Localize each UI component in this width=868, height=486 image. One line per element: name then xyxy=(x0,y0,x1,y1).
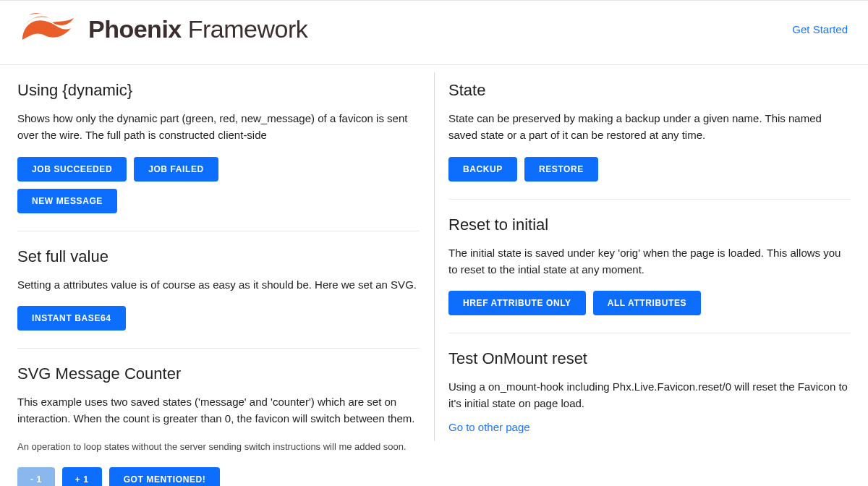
job-succeeded-button[interactable]: Job Succeeded xyxy=(17,157,127,182)
href-attribute-only-button[interactable]: Href Attribute Only xyxy=(448,291,586,315)
left-column: Using {dynamic} Shows how only the dynam… xyxy=(3,65,434,486)
phoenix-logo-icon xyxy=(20,11,77,47)
button-row: Backup Restore xyxy=(448,157,851,182)
instant-base64-button[interactable]: Instant Base64 xyxy=(17,306,126,331)
backup-button[interactable]: Backup xyxy=(448,157,517,182)
column-divider xyxy=(434,72,435,441)
section-caption: An operation to loop states without the … xyxy=(17,440,420,454)
button-row: Job Succeeded Job Failed xyxy=(17,157,420,182)
section-desc: Setting a attributes value is of course … xyxy=(17,276,420,293)
button-row: Href Attribute Only All Attributes xyxy=(448,291,851,315)
content-columns: Using {dynamic} Shows how only the dynam… xyxy=(0,65,868,486)
section-desc: Shows how only the dynamic part (green, … xyxy=(17,110,420,144)
button-row: Instant Base64 xyxy=(17,306,420,331)
section-title: Test OnMount reset xyxy=(448,349,851,368)
section-reset-initial: Reset to initial The initial state is sa… xyxy=(448,200,851,334)
restore-button[interactable]: Restore xyxy=(524,157,598,182)
section-title: Reset to initial xyxy=(448,216,851,234)
section-set-full-value: Set full value Setting a attributes valu… xyxy=(17,231,420,349)
header: Phoenix Framework Get Started xyxy=(0,0,868,65)
new-message-button[interactable]: New Message xyxy=(17,189,117,213)
section-desc: State can be preserved by making a backu… xyxy=(448,110,851,144)
go-to-other-page-link[interactable]: Go to other page xyxy=(448,421,530,433)
got-mentioned-button[interactable]: Got Mentioned! xyxy=(109,467,221,486)
section-title: State xyxy=(448,81,851,100)
section-desc: The initial state is saved under key 'or… xyxy=(448,244,851,278)
brand: Phoenix Framework xyxy=(20,11,307,47)
button-row: - 1 + 1 Got Mentioned! xyxy=(17,467,420,486)
link-row: Go to other page xyxy=(448,421,851,434)
plus-one-button[interactable]: + 1 xyxy=(62,467,102,486)
all-attributes-button[interactable]: All Attributes xyxy=(593,291,702,315)
section-title: SVG Message Counter xyxy=(17,364,420,383)
section-title: Set full value xyxy=(17,247,420,266)
section-svg-counter: SVG Message Counter This example uses tw… xyxy=(17,349,420,486)
section-dynamic: Using {dynamic} Shows how only the dynam… xyxy=(17,65,420,231)
section-desc: This example uses two saved states ('mes… xyxy=(17,393,420,427)
brand-text: Phoenix Framework xyxy=(88,15,307,43)
button-row: New Message xyxy=(17,189,420,213)
right-column: State State can be preserved by making a… xyxy=(434,65,865,486)
get-started-link[interactable]: Get Started xyxy=(792,23,848,35)
section-desc: Using a on_mount-hook including Phx.Live… xyxy=(448,378,851,412)
section-title: Using {dynamic} xyxy=(17,81,420,100)
section-state: State State can be preserved by making a… xyxy=(448,65,851,200)
section-onmount-reset: Test OnMount reset Using a on_mount-hook… xyxy=(448,333,851,451)
job-failed-button[interactable]: Job Failed xyxy=(134,157,218,182)
minus-one-button[interactable]: - 1 xyxy=(17,467,55,486)
